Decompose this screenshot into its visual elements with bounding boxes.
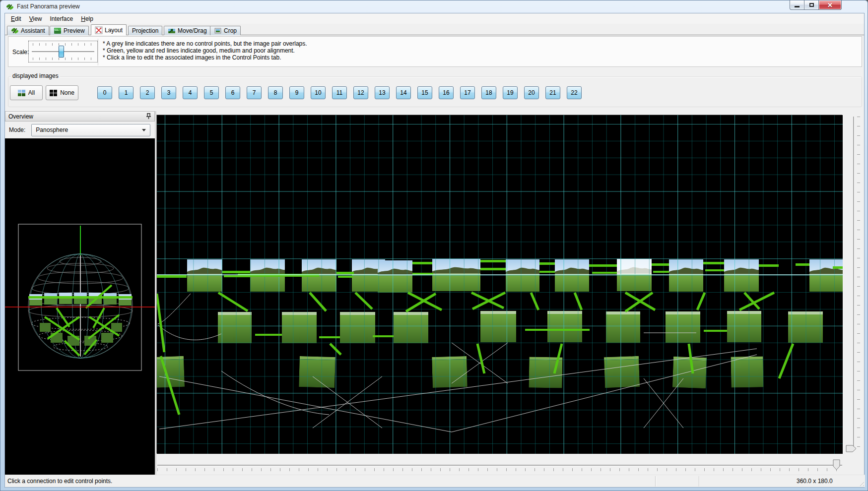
canvas-size-readout: 360.0 x 180.0 <box>797 478 833 485</box>
slider-ticks-bottom <box>33 58 93 60</box>
minimize-icon <box>795 6 800 7</box>
image-toggle-9[interactable]: 9 <box>289 86 304 99</box>
note-line: * Click a line to edit the associated im… <box>103 54 307 61</box>
mode-label: Mode: <box>9 126 25 133</box>
status-message: Click a connection to edit control point… <box>7 478 112 485</box>
image-toggle-15[interactable]: 15 <box>417 86 432 99</box>
image-toggle-17[interactable]: 17 <box>460 86 475 99</box>
panosphere-view[interactable] <box>5 138 155 475</box>
preview-icon: GL <box>54 27 62 35</box>
panel-separator <box>98 39 99 65</box>
minimize-button[interactable] <box>790 0 804 10</box>
mode-value: Panosphere <box>36 126 68 133</box>
layout-canvas[interactable] <box>156 115 842 453</box>
chevron-down-icon <box>142 129 146 131</box>
note-line: * Green, yellow and red lines indicate g… <box>103 47 307 54</box>
image-toggle-row: All None 0 1 2 3 4 5 6 7 8 9 10 11 12 13 <box>10 85 582 100</box>
tab-preview[interactable]: GL Preview <box>50 26 89 35</box>
svg-text:GL: GL <box>55 28 59 31</box>
scale-slider[interactable] <box>28 41 98 62</box>
status-bar: Click a connection to edit control point… <box>5 475 865 487</box>
yaw-slider-ticks <box>157 468 842 471</box>
image-toggle-20[interactable]: 20 <box>524 86 539 99</box>
scale-panel: Scale: * A grey line indicates there are… <box>8 36 862 67</box>
image-toggle-10[interactable]: 10 <box>311 86 326 99</box>
window-title: Fast Panorama preview <box>17 3 80 10</box>
help-notes: * A grey line indicates there are no con… <box>103 40 307 61</box>
layout-icon <box>95 26 103 34</box>
note-line: * A grey line indicates there are no con… <box>103 40 307 47</box>
image-toggle-22[interactable]: 22 <box>567 86 582 99</box>
layout-graph <box>157 115 843 454</box>
tab-move-drag[interactable]: Move/Drag <box>164 26 211 35</box>
crop-icon <box>214 27 222 35</box>
resize-grip[interactable] <box>858 480 864 486</box>
menu-bar: Edit View Interface Help <box>5 13 864 24</box>
image-toggle-1[interactable]: 1 <box>119 86 134 99</box>
pitch-slider-thumb[interactable] <box>846 445 857 452</box>
tab-layout[interactable]: Layout <box>91 24 127 35</box>
overview-title: Overview <box>8 113 33 120</box>
displayed-images-label: displayed images <box>11 72 60 79</box>
pin-icon[interactable] <box>146 113 151 120</box>
move-drag-icon <box>168 27 176 35</box>
assistant-icon <box>11 27 19 35</box>
all-images-icon <box>18 90 25 96</box>
image-toggle-13[interactable]: 13 <box>375 86 390 99</box>
mode-select[interactable]: Panosphere <box>31 124 150 136</box>
tab-bar: Assistant GL Preview Layout <box>5 24 864 35</box>
status-divider <box>699 476 700 487</box>
image-toggle-4[interactable]: 4 <box>183 86 198 99</box>
maximize-button[interactable] <box>804 0 819 10</box>
tab-crop[interactable]: Crop <box>210 26 241 35</box>
image-toggle-11[interactable]: 11 <box>332 86 347 99</box>
tab-assistant[interactable]: Assistant <box>7 26 49 35</box>
menu-view[interactable]: View <box>25 14 46 23</box>
image-toggle-19[interactable]: 19 <box>503 86 518 99</box>
no-images-button[interactable]: None <box>46 85 78 100</box>
image-toggle-6[interactable]: 6 <box>225 86 240 99</box>
slider-thumb[interactable] <box>59 46 64 58</box>
yaw-slider-track[interactable] <box>157 465 842 466</box>
yaw-slider-thumb[interactable] <box>833 459 840 470</box>
image-number-buttons: 0 1 2 3 4 5 6 7 8 9 10 11 12 13 14 15 16… <box>97 86 582 99</box>
close-icon: ✕ <box>827 1 833 9</box>
no-images-icon <box>50 90 57 96</box>
image-toggle-16[interactable]: 16 <box>439 86 454 99</box>
overview-panel: Overview Mode: Panosphere <box>5 111 155 475</box>
image-toggle-7[interactable]: 7 <box>247 86 262 99</box>
scale-label: Scale: <box>12 49 29 56</box>
client-area: Edit View Interface Help Assistant GL <box>4 13 865 488</box>
image-toggle-2[interactable]: 2 <box>140 86 155 99</box>
hugin-app-icon <box>6 3 14 11</box>
image-toggle-0[interactable]: 0 <box>97 86 112 99</box>
maximize-icon <box>809 3 814 7</box>
image-toggle-14[interactable]: 14 <box>396 86 411 99</box>
pitch-slider-ticks <box>857 117 860 450</box>
menu-edit[interactable]: Edit <box>7 14 25 23</box>
image-toggle-18[interactable]: 18 <box>481 86 496 99</box>
overview-header[interactable]: Overview <box>5 111 155 122</box>
menu-help[interactable]: Help <box>77 14 97 23</box>
pitch-slider-track[interactable] <box>853 117 854 450</box>
panosphere-sphere <box>5 138 155 475</box>
app-window: Fast Panorama preview ✕ Edit View Interf… <box>0 0 868 491</box>
image-toggle-3[interactable]: 3 <box>161 86 176 99</box>
tab-projection[interactable]: Projection <box>128 26 162 35</box>
close-button[interactable]: ✕ <box>819 0 842 10</box>
overview-mode-row: Mode: Panosphere <box>5 122 155 138</box>
title-bar[interactable]: Fast Panorama preview ✕ <box>0 0 868 13</box>
image-toggle-21[interactable]: 21 <box>545 86 560 99</box>
image-toggle-8[interactable]: 8 <box>268 86 283 99</box>
status-divider <box>655 476 656 487</box>
all-images-button[interactable]: All <box>10 85 43 100</box>
image-toggle-12[interactable]: 12 <box>353 86 368 99</box>
menu-interface[interactable]: Interface <box>46 14 77 23</box>
image-toggle-5[interactable]: 5 <box>204 86 219 99</box>
